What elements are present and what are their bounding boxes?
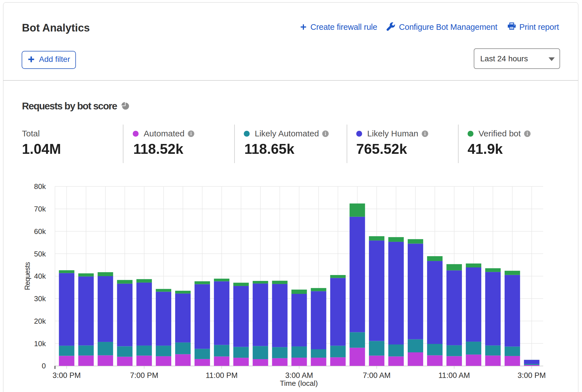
svg-text:0: 0 bbox=[42, 362, 46, 370]
svg-text:Requests: Requests bbox=[23, 262, 31, 290]
svg-text:7:00 AM: 7:00 AM bbox=[363, 371, 391, 380]
svg-text:Time (local): Time (local) bbox=[280, 379, 318, 388]
svg-text:30k: 30k bbox=[34, 294, 46, 303]
svg-text:7:00 PM: 7:00 PM bbox=[130, 371, 158, 380]
svg-text:80k: 80k bbox=[34, 182, 46, 191]
svg-text:50k: 50k bbox=[34, 250, 46, 258]
svg-text:10k: 10k bbox=[34, 339, 46, 348]
svg-text:3:00 AM: 3:00 AM bbox=[285, 371, 313, 380]
svg-text:11:00 PM: 11:00 PM bbox=[206, 371, 238, 380]
svg-text:11:00 AM: 11:00 AM bbox=[438, 371, 470, 380]
svg-text:70k: 70k bbox=[34, 205, 46, 213]
svg-text:20k: 20k bbox=[34, 317, 46, 325]
svg-text:40k: 40k bbox=[34, 272, 46, 280]
svg-text:60k: 60k bbox=[34, 227, 46, 236]
svg-text:3:00 PM: 3:00 PM bbox=[53, 371, 81, 380]
svg-text:3:00 PM: 3:00 PM bbox=[518, 371, 546, 380]
